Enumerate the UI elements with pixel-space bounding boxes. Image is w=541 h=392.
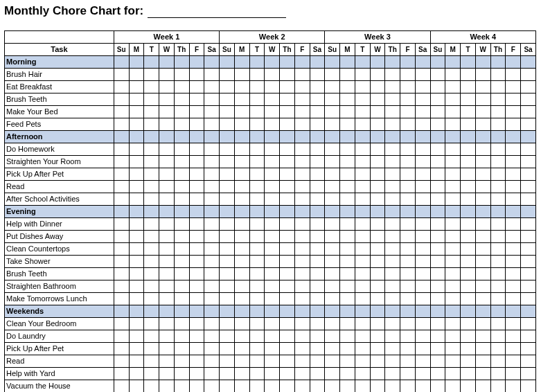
chore-cell xyxy=(506,93,521,106)
chore-cell xyxy=(415,243,430,256)
chore-cell xyxy=(506,343,521,355)
chore-cell xyxy=(144,231,159,243)
chore-cell xyxy=(249,380,265,393)
section-cell xyxy=(220,305,235,318)
week-header-row: Week 1Week 2Week 3Week 4 xyxy=(5,31,536,44)
chore-cell xyxy=(114,69,129,81)
chore-cell xyxy=(294,231,310,243)
chore-cell xyxy=(159,243,175,256)
chore-cell xyxy=(461,143,476,156)
chore-cell xyxy=(294,181,310,193)
chore-cell xyxy=(220,330,235,343)
chore-cell xyxy=(445,268,461,280)
chore-cell xyxy=(340,156,355,168)
chore-cell xyxy=(249,143,265,156)
task-row: Take Shower xyxy=(5,256,536,268)
chore-cell xyxy=(325,343,340,355)
chore-cell xyxy=(490,318,506,330)
chore-cell xyxy=(415,231,430,243)
chore-cell xyxy=(475,156,490,168)
chore-cell xyxy=(234,193,249,206)
task-label: Read xyxy=(5,355,114,368)
section-cell xyxy=(445,131,461,143)
section-cell xyxy=(355,305,370,318)
chore-cell xyxy=(475,318,490,330)
chore-cell xyxy=(159,81,175,93)
chore-cell xyxy=(506,118,521,131)
task-label: Read xyxy=(5,181,114,193)
task-label: Make Tomorrows Lunch xyxy=(5,293,114,305)
chore-cell xyxy=(506,318,521,330)
chore-cell xyxy=(189,143,204,156)
section-cell xyxy=(280,131,295,143)
section-cell xyxy=(129,305,144,318)
chore-cell xyxy=(400,330,416,343)
chore-cell xyxy=(340,143,355,156)
chore-cell xyxy=(370,268,385,280)
chore-cell xyxy=(490,156,506,168)
section-cell xyxy=(415,131,430,143)
chore-cell xyxy=(340,355,355,368)
chore-cell xyxy=(521,268,536,280)
section-cell xyxy=(204,305,220,318)
chore-cell xyxy=(294,368,310,380)
day-header: F xyxy=(400,44,416,56)
chore-cell xyxy=(174,243,189,256)
chore-cell xyxy=(506,193,521,206)
chore-cell xyxy=(490,231,506,243)
chore-cell xyxy=(294,193,310,206)
chore-cell xyxy=(204,343,220,355)
chore-cell xyxy=(129,256,144,268)
chore-cell xyxy=(249,256,265,268)
chore-cell xyxy=(249,93,265,106)
chore-cell xyxy=(249,293,265,305)
chore-cell xyxy=(521,218,536,231)
chore-cell xyxy=(220,355,235,368)
chore-cell xyxy=(159,106,175,118)
section-cell xyxy=(355,131,370,143)
chore-cell xyxy=(325,168,340,181)
chore-cell xyxy=(310,280,325,293)
chore-cell xyxy=(234,93,249,106)
chore-cell xyxy=(490,380,506,393)
chore-cell xyxy=(159,93,175,106)
section-cell xyxy=(234,131,249,143)
chore-cell xyxy=(400,368,416,380)
chore-cell xyxy=(249,268,265,280)
chore-cell xyxy=(144,143,159,156)
chore-cell xyxy=(506,168,521,181)
chore-cell xyxy=(506,280,521,293)
chore-cell xyxy=(385,218,400,231)
chore-cell xyxy=(340,81,355,93)
task-label: Feed Pets xyxy=(5,118,114,131)
chore-cell xyxy=(521,181,536,193)
chore-cell xyxy=(114,355,129,368)
chore-cell xyxy=(220,318,235,330)
day-header: Su xyxy=(430,44,445,56)
chore-cell xyxy=(114,330,129,343)
chore-cell xyxy=(174,293,189,305)
chore-cell xyxy=(370,106,385,118)
chore-cell xyxy=(506,243,521,256)
chore-cell xyxy=(415,156,430,168)
chore-cell xyxy=(415,330,430,343)
chore-cell xyxy=(159,380,175,393)
chore-cell xyxy=(430,293,445,305)
section-cell xyxy=(430,56,445,69)
chore-cell xyxy=(355,81,370,93)
section-cell xyxy=(189,305,204,318)
chore-cell xyxy=(415,256,430,268)
task-row: Feed Pets xyxy=(5,118,536,131)
chore-cell xyxy=(340,193,355,206)
chore-cell xyxy=(189,156,204,168)
section-cell xyxy=(430,206,445,218)
chore-cell xyxy=(415,93,430,106)
chore-cell xyxy=(249,106,265,118)
section-cell xyxy=(159,131,175,143)
chore-cell xyxy=(294,343,310,355)
chore-cell xyxy=(355,330,370,343)
task-label: Make Your Bed xyxy=(5,106,114,118)
chore-cell xyxy=(280,280,295,293)
task-row: Put Dishes Away xyxy=(5,231,536,243)
section-cell xyxy=(234,56,249,69)
